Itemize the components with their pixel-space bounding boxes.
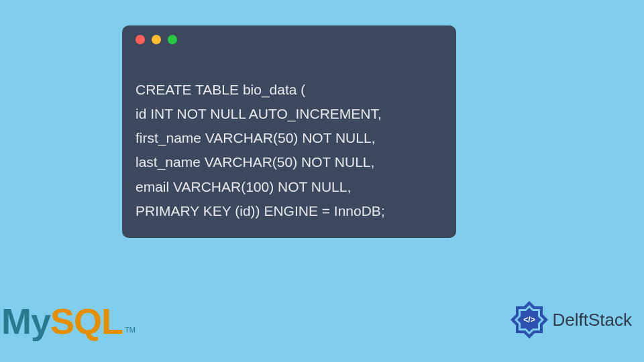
code-block: CREATE TABLE bio_data ( id INT NOT NULL …: [136, 54, 443, 223]
code-line: id INT NOT NULL AUTO_INCREMENT,: [136, 106, 382, 121]
window-titlebar: [136, 35, 443, 44]
mysql-logo: MySQL TM: [1, 300, 136, 342]
maximize-icon: [168, 35, 177, 44]
delftstack-icon: </>: [510, 300, 549, 339]
mysql-my-text: My: [1, 300, 50, 342]
close-icon: [136, 35, 145, 44]
code-line: email VARCHAR(100) NOT NULL,: [136, 179, 351, 194]
minimize-icon: [152, 35, 161, 44]
delftstack-logo: </> DelftStack: [510, 300, 633, 339]
code-line: last_name VARCHAR(50) NOT NULL,: [136, 154, 374, 170]
delftstack-text: DelftStack: [553, 310, 633, 330]
svg-text:</>: </>: [523, 315, 535, 324]
code-line: PRIMARY KEY (id)) ENGINE = InnoDB;: [136, 203, 385, 219]
code-line: first_name VARCHAR(50) NOT NULL,: [136, 130, 375, 145]
code-line: CREATE TABLE bio_data (: [136, 82, 305, 97]
mysql-sql-text: SQL: [50, 300, 123, 342]
code-window: CREATE TABLE bio_data ( id INT NOT NULL …: [122, 25, 456, 238]
mysql-tm-text: TM: [125, 326, 136, 334]
